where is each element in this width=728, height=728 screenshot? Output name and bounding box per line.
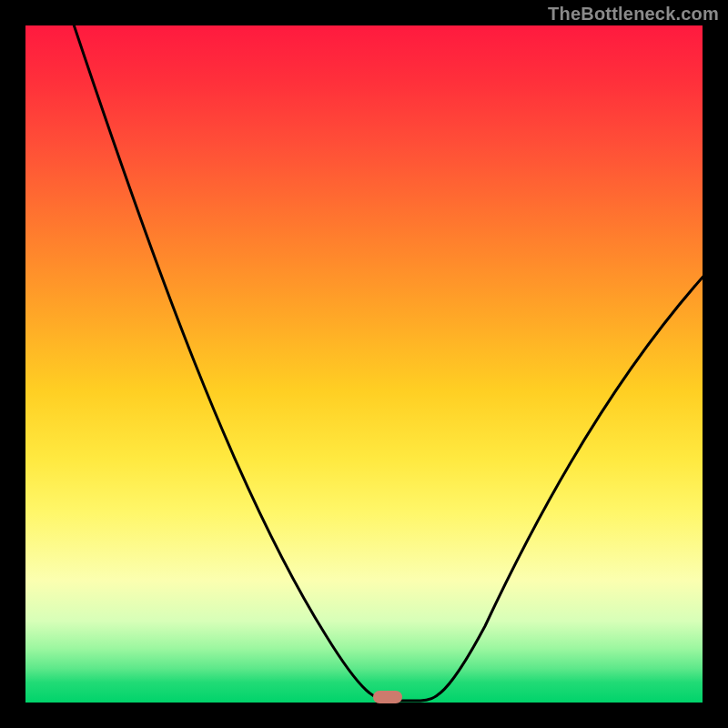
bottleneck-curve (25, 25, 703, 703)
watermark-text: TheBottleneck.com (548, 4, 719, 25)
outer-frame: TheBottleneck.com (0, 0, 728, 728)
optimal-marker (373, 691, 402, 703)
gradient-plot-area (25, 25, 703, 703)
curve-path (71, 25, 703, 701)
